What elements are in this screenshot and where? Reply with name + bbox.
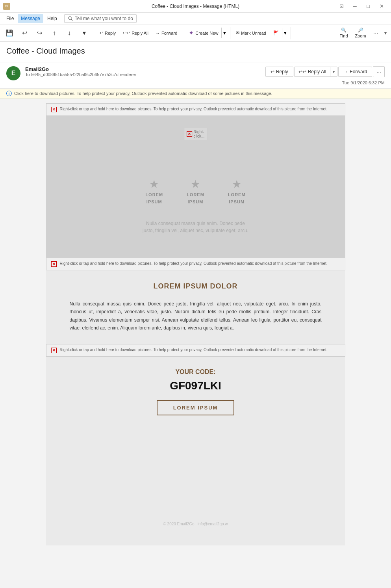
- blocked-icon-1: ✕: [51, 107, 57, 112]
- title-bar: ✉ Coffee - Cloud Images - Message (HTML)…: [0, 0, 391, 13]
- email-date: Tue 9/1/2020 6:32 PM: [342, 80, 385, 85]
- mark-unread-group: ✉ Mark Unread: [233, 29, 269, 37]
- header-forward-label: Forward: [350, 69, 367, 74]
- down-icon: ↓: [68, 30, 71, 37]
- forward-button[interactable]: → Forward: [152, 29, 180, 37]
- reply-actions: ↩ Reply ↩↩ Reply All ▾ → Forward ···: [265, 66, 385, 77]
- star-icon-1: ★: [150, 179, 159, 190]
- find-label: Find: [339, 33, 348, 38]
- reply-icon: ↩: [100, 30, 103, 35]
- header-reply-all-button[interactable]: ↩↩ Reply All: [295, 67, 330, 76]
- menu-help[interactable]: Help: [44, 14, 60, 23]
- tell-me-text: Tell me what you want to do: [75, 16, 133, 21]
- header-forward-icon: →: [343, 69, 348, 74]
- menu-file[interactable]: File: [3, 14, 17, 23]
- window-title: Coffee - Cloud Images - Message (HTML): [152, 4, 239, 9]
- flag-button[interactable]: 🚩: [270, 28, 282, 37]
- header-reply-all-icon: ↩↩: [298, 69, 306, 74]
- col2-line1: LOREM: [187, 192, 204, 197]
- message-header: Coffee - Cloud Images: [0, 42, 391, 63]
- close-button[interactable]: ✕: [375, 1, 388, 12]
- quick-access-down[interactable]: ↓: [62, 28, 76, 38]
- flag-icon: 🚩: [273, 30, 279, 35]
- blocked-icon-3: ✕: [51, 348, 57, 353]
- sender-name: Email2Go: [25, 66, 136, 72]
- create-new-button[interactable]: ✦ Create New: [185, 28, 221, 38]
- svg-line-1: [71, 19, 72, 20]
- reply-all-label: Reply All: [132, 31, 148, 35]
- undo-icon: ↩: [22, 29, 27, 37]
- redo-icon: ↪: [37, 29, 42, 37]
- reply-button[interactable]: ↩ Reply: [96, 29, 119, 37]
- create-new-label: Create New: [195, 31, 218, 35]
- save-icon: 💾: [6, 29, 13, 37]
- header-reply-button[interactable]: ↩ Reply: [265, 67, 293, 77]
- star-icon-3: ★: [232, 179, 241, 190]
- blocked-x-icon-2: ✕: [51, 261, 57, 267]
- col3-line1: LOREM: [228, 192, 246, 197]
- quick-access-undo[interactable]: ↩: [17, 28, 32, 38]
- avatar: E: [6, 66, 20, 80]
- title-bar-left: ✉: [3, 3, 10, 10]
- to-label: To: [25, 72, 30, 77]
- quick-access-more[interactable]: ▾: [77, 28, 91, 38]
- forward-group: → Forward: [152, 29, 180, 37]
- header-more-button[interactable]: ···: [373, 66, 385, 77]
- create-new-icon: ✦: [189, 29, 194, 37]
- mark-unread-button[interactable]: ✉ Mark Unread: [233, 29, 269, 37]
- tell-me-search[interactable]: Tell me what you want to do: [64, 14, 137, 23]
- small-placeholder: ✕ Right-click...: [184, 128, 208, 140]
- forward-label: Forward: [161, 31, 177, 35]
- mark-unread-label: Mark Unread: [241, 31, 266, 35]
- reply-all-group: ↩↩ Reply All: [120, 29, 152, 37]
- quick-access-redo[interactable]: ↪: [32, 28, 46, 38]
- small-x-icon: ✕: [187, 131, 192, 137]
- create-new-dropdown[interactable]: ▾: [221, 28, 228, 38]
- code-value: GF097LKI: [58, 380, 334, 392]
- maximize-button[interactable]: □: [362, 1, 374, 12]
- email-meta-right: ↩ Reply ↩↩ Reply All ▾ → Forward ··· Tue…: [265, 66, 385, 85]
- zoom-icon: 🔎: [358, 28, 363, 33]
- sender-to: To 5645_d008951ba555422baf9c2b657e753c7d…: [25, 72, 136, 77]
- privacy-notice[interactable]: i Click here to download pictures. To he…: [0, 89, 391, 99]
- header-forward-button[interactable]: → Forward: [338, 67, 372, 77]
- lorem-button[interactable]: LOREM IPSUM: [157, 400, 235, 415]
- reply-group: ↩ Reply: [96, 29, 119, 37]
- your-code-label: YOUR CODE:: [58, 368, 334, 376]
- toolbar-scroll-down[interactable]: ▾: [382, 28, 389, 39]
- find-button[interactable]: 🔍 Find: [336, 26, 351, 40]
- section-2: LOREM IPSUM DOLOR Nulla consequat massa …: [46, 270, 345, 344]
- header-reply-all-group: ↩↩ Reply All ▾: [294, 67, 338, 77]
- svg-point-0: [69, 17, 71, 19]
- quick-access-save[interactable]: 💾: [2, 28, 17, 38]
- more-toolbar-button[interactable]: ···: [370, 28, 382, 38]
- reply-label: Reply: [105, 31, 116, 35]
- small-placeholder-text: Right-click...: [194, 130, 205, 138]
- section-3: YOUR CODE: GF097LKI LOREM IPSUM: [46, 357, 345, 427]
- mark-unread-icon: ✉: [236, 30, 239, 35]
- email-meta-row: E Email2Go To 5645_d008951ba555422baf9c2…: [0, 63, 391, 89]
- separator-3: [230, 27, 230, 39]
- sender-info: Email2Go To 5645_d008951ba555422baf9c2b6…: [25, 66, 136, 77]
- find-icon: 🔍: [341, 28, 347, 33]
- toolbar: 💾 ↩ ↪ ↑ ↓ ▾ ↩ Reply ↩↩ Reply All → Forwa…: [0, 24, 391, 42]
- section2-title: LOREM IPSUM DOLOR: [70, 282, 322, 290]
- app-icon: ✉: [3, 3, 10, 10]
- minimize-button[interactable]: ─: [348, 1, 361, 12]
- blocked-image-2: ✕ Right-click or tap and hold here to do…: [46, 258, 345, 270]
- reply-all-button[interactable]: ↩↩ Reply All: [120, 29, 152, 37]
- restore-button[interactable]: ⊡: [335, 1, 348, 12]
- menu-message[interactable]: Message: [18, 14, 43, 23]
- col-item-2: ★ LOREM IPSUM: [187, 179, 204, 204]
- to-address: 5645_d008951ba555422baf9c2b657e753c7d-re…: [31, 72, 136, 77]
- blocked-image-1: ✕ Right-click or tap and hold here to do…: [46, 103, 345, 116]
- flag-dropdown[interactable]: ▾: [282, 28, 288, 37]
- header-reply-all-label: Reply All: [308, 69, 326, 74]
- placeholder-inner: ★ LOREM IPSUM ★ LOREM IPSUM ★ LOREM IPSU…: [141, 163, 251, 234]
- zoom-button[interactable]: 🔎 Zoom: [352, 26, 369, 40]
- email-content: ✕ Right-click or tap and hold here to do…: [46, 103, 345, 545]
- star-icon-2: ★: [191, 179, 200, 190]
- header-reply-all-dropdown[interactable]: ▾: [330, 67, 337, 76]
- quick-access-up[interactable]: ↑: [47, 28, 61, 38]
- col1-line1: LOREM: [145, 192, 163, 197]
